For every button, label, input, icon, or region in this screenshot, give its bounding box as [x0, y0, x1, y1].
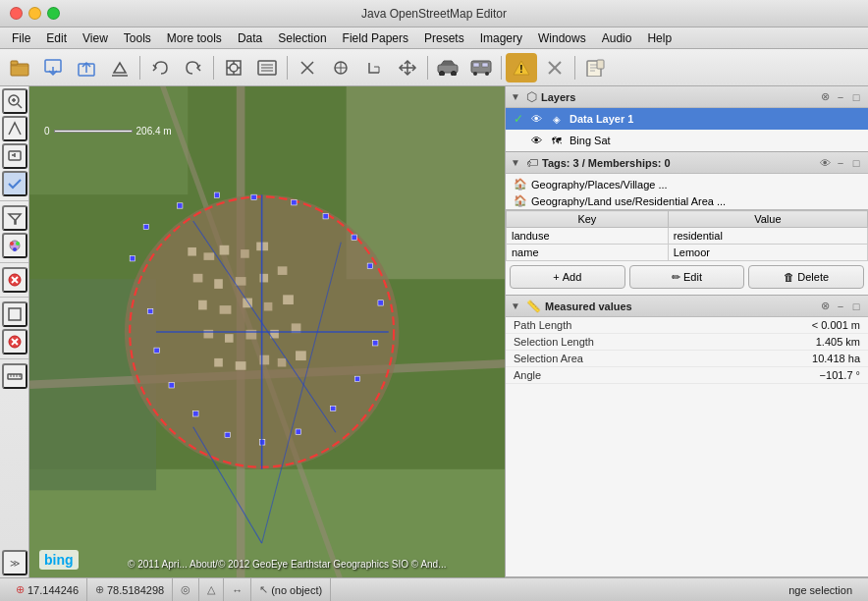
- menu-tools[interactable]: Tools: [116, 29, 159, 47]
- pan-button[interactable]: [392, 53, 423, 82]
- select-tool-button[interactable]: [292, 53, 323, 82]
- sep2: [213, 56, 214, 80]
- svg-rect-98: [331, 406, 336, 410]
- layer-vis2-icon[interactable]: 👁: [528, 133, 544, 148]
- edit-tag-button[interactable]: ✏ Edit: [629, 265, 745, 289]
- selection-status-label: nge selection: [788, 584, 852, 596]
- measured-header-icons: ⊗ − □: [818, 300, 863, 313]
- scale-zero: 0: [44, 126, 50, 137]
- upload-button[interactable]: [71, 53, 102, 82]
- menu-data[interactable]: Data: [230, 29, 270, 47]
- key-landuse: landuse: [507, 228, 669, 245]
- scroll-down-button[interactable]: ≫: [2, 550, 27, 575]
- ruler-button[interactable]: [2, 363, 27, 389]
- minimize-button[interactable]: [28, 7, 41, 20]
- svg-point-37: [16, 242, 20, 246]
- col-value: Value: [668, 211, 867, 228]
- svg-point-5: [230, 64, 238, 72]
- menu-view[interactable]: View: [75, 29, 116, 47]
- geography-village-item[interactable]: 🏠 Geography/Places/Village ...: [506, 176, 868, 192]
- tags-visibility-icon[interactable]: 👁: [818, 156, 832, 170]
- longitude-value: 17.144246: [27, 584, 79, 596]
- add-node-button[interactable]: [2, 143, 27, 169]
- table-row[interactable]: landuse residential: [507, 228, 868, 245]
- sep5: [501, 56, 502, 80]
- table-row[interactable]: name Lemoor: [507, 245, 868, 261]
- layer-item-data-layer-1[interactable]: ✓ 👁 ◈ Data Layer 1: [506, 108, 868, 130]
- menu-imagery[interactable]: Imagery: [472, 29, 530, 47]
- selection-item: nge selection: [781, 578, 860, 601]
- map-area[interactable]: 0 206.4 m bing © 2011 Apri... About/© 20…: [29, 86, 505, 577]
- map-svg: [29, 86, 505, 577]
- zoom-extent-button[interactable]: [218, 53, 249, 82]
- measured-collapse-btn[interactable]: ▼: [511, 300, 522, 312]
- layers-section: ▼ ⬡ Layers ⊗ − □ ✓ 👁 ◈ Data Layer 1: [506, 86, 868, 152]
- menu-help[interactable]: Help: [639, 29, 679, 47]
- download-osm-button[interactable]: [37, 53, 69, 82]
- svg-rect-91: [292, 200, 297, 205]
- filter-button[interactable]: [2, 205, 27, 231]
- svg-rect-69: [278, 266, 288, 275]
- geography-landuse-item[interactable]: 🏠 Geography/Land use/Residential Area ..…: [506, 192, 868, 209]
- selection-length-row: Selection Length 1.405 km: [506, 334, 868, 351]
- layer-item-bing-sat[interactable]: ✓ 👁 🗺 Bing Sat: [506, 130, 868, 151]
- menu-edit[interactable]: Edit: [38, 29, 75, 47]
- menu-selection[interactable]: Selection: [270, 29, 334, 47]
- undo-button[interactable]: [144, 53, 176, 82]
- svg-rect-96: [373, 341, 378, 346]
- menu-more-tools[interactable]: More tools: [159, 29, 230, 47]
- measured-minimize-icon[interactable]: −: [834, 300, 847, 313]
- close-tool-button[interactable]: [539, 53, 570, 82]
- layers-minimize-icon[interactable]: −: [834, 90, 847, 104]
- menu-field-papers[interactable]: Field Papers: [335, 29, 416, 47]
- field-papers-button[interactable]: [579, 53, 611, 82]
- select-rect-button[interactable]: [2, 301, 27, 327]
- maximize-button[interactable]: [47, 7, 60, 20]
- layer-vis-icon[interactable]: 👁: [528, 111, 544, 127]
- layers-header-icons: ⊗ − □: [818, 90, 863, 104]
- tags-minimize-icon[interactable]: −: [834, 156, 847, 170]
- tags-collapse-btn[interactable]: ▼: [511, 157, 522, 169]
- measured-expand-icon[interactable]: □: [849, 300, 863, 313]
- svg-rect-102: [193, 411, 198, 416]
- menu-presets[interactable]: Presets: [416, 29, 472, 47]
- open-button[interactable]: [4, 53, 35, 82]
- layers-header: ▼ ⬡ Layers ⊗ − □: [506, 86, 868, 108]
- path-length-value: < 0.001 m: [812, 319, 860, 331]
- svg-rect-66: [214, 279, 223, 289]
- layers-close-icon[interactable]: ⊗: [818, 90, 832, 104]
- svg-rect-71: [220, 305, 232, 314]
- gps-circle-icon: ◎: [181, 583, 190, 596]
- svg-rect-87: [143, 224, 148, 229]
- latitude-value: 78.5184298: [107, 584, 164, 596]
- measured-close-icon[interactable]: ⊗: [818, 300, 832, 313]
- tags-expand-icon[interactable]: □: [849, 156, 863, 170]
- draw-way-button[interactable]: [2, 116, 27, 141]
- measured-title: Measured values: [545, 300, 632, 312]
- delete-tag-button[interactable]: 🗑 Delete: [748, 265, 864, 289]
- remove-red2-button[interactable]: [2, 329, 27, 355]
- menu-windows[interactable]: Windows: [530, 29, 594, 47]
- map-scale: 0 206.4 m: [44, 126, 172, 137]
- zoom-in-button[interactable]: [2, 88, 27, 114]
- paint-button[interactable]: [2, 233, 27, 258]
- map-copyright: © 2011 Apri... About/© 2012 GeoEye Earth…: [128, 559, 447, 570]
- select3-button[interactable]: [358, 53, 390, 82]
- remove-red-button[interactable]: [2, 267, 27, 293]
- upload2-button[interactable]: [104, 53, 136, 82]
- sep3: [0, 297, 28, 298]
- car-button[interactable]: [432, 53, 463, 82]
- bus-button[interactable]: [465, 53, 497, 82]
- svg-point-18: [440, 71, 445, 76]
- layers-collapse-btn[interactable]: ▼: [511, 91, 522, 103]
- add-tag-button[interactable]: + Add: [510, 265, 625, 289]
- menu-file[interactable]: File: [4, 29, 38, 47]
- menu-audio[interactable]: Audio: [594, 29, 640, 47]
- redo-button[interactable]: [178, 53, 209, 82]
- toggle-gps-button[interactable]: [251, 53, 283, 82]
- close-button[interactable]: [10, 7, 23, 20]
- check-button[interactable]: [2, 171, 27, 196]
- conflict-button[interactable]: !: [506, 53, 537, 82]
- layers-expand-icon[interactable]: □: [849, 90, 863, 104]
- select2-button[interactable]: [325, 53, 356, 82]
